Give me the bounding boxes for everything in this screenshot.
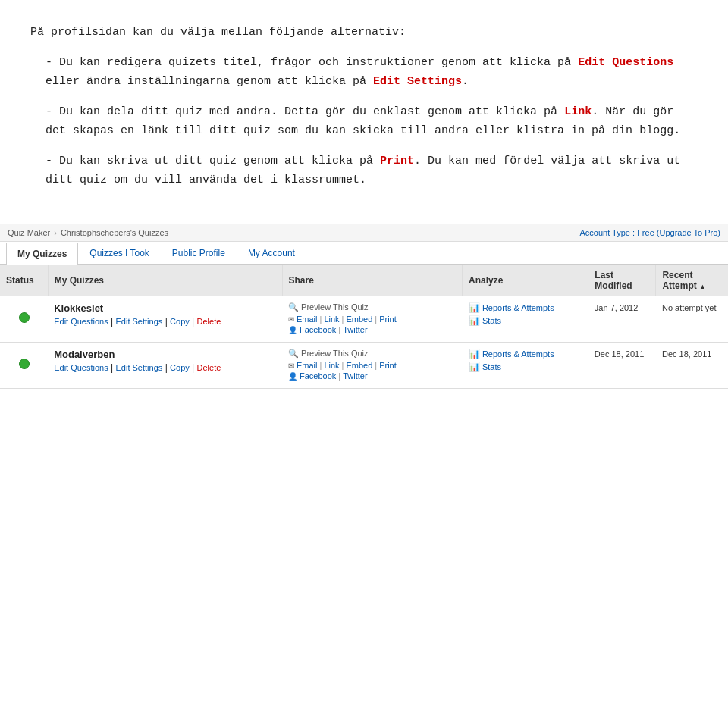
col-header-my-quizzes: My Quizzes (48, 265, 282, 296)
recent-attempt-cell: Dec 18, 2011 (656, 342, 728, 388)
stats-icon: 📊 (469, 362, 480, 372)
share-row-links: Email | Link | Embed | Print (288, 315, 457, 324)
recent-attempt-value: No attempt yet (662, 303, 717, 312)
edit-questions-action[interactable]: Edit Questions (54, 317, 108, 326)
chart-icon: 📊 (469, 302, 480, 313)
recent-attempt-cell: No attempt yet (656, 296, 728, 342)
print-share-link[interactable]: Print (379, 315, 397, 324)
facebook-link[interactable]: Facebook (300, 325, 336, 334)
quiz-row-actions: Edit Questions | Edit Settings | Copy | … (54, 362, 276, 373)
bullet-2-text: - Du kan dela ditt quiz med andra. Detta… (46, 102, 698, 141)
nav-tabs: My Quizzes Quizzes I Took Public Profile… (0, 242, 728, 265)
copy-action[interactable]: Copy (170, 363, 190, 372)
analyze-cell: 📊 Reports & Attempts 📊 Stats (463, 342, 588, 388)
reports-attempts-link[interactable]: Reports & Attempts (482, 303, 554, 312)
copy-action[interactable]: Copy (170, 317, 190, 326)
share-row-social: Facebook | Twitter (288, 371, 457, 381)
table-row: Klokkeslet Edit Questions | Edit Setting… (0, 296, 728, 342)
link-link[interactable]: Link (564, 105, 592, 118)
share-row-links: Email | Link | Embed | Print (288, 361, 457, 370)
link-share-link[interactable]: Link (324, 361, 339, 370)
breadcrumb: Quiz Maker › Christophschepers's Quizzes (8, 228, 168, 237)
quiz-info-cell: Klokkeslet Edit Questions | Edit Setting… (48, 296, 282, 342)
bullet-1: - Du kan redigera quizets titel, frågor … (46, 53, 698, 92)
col-header-analyze: Analyze (463, 265, 588, 296)
quiz-title: Modalverben (54, 349, 276, 360)
edit-questions-action[interactable]: Edit Questions (54, 363, 108, 372)
tab-quizzes-i-took[interactable]: Quizzes I Took (78, 242, 160, 264)
print-link[interactable]: Print (380, 155, 414, 168)
twitter-link[interactable]: Twitter (343, 371, 367, 381)
last-modified-date: Dec 18, 2011 (595, 349, 644, 359)
email-link[interactable]: Email (297, 315, 318, 324)
email-icon (288, 361, 294, 370)
quiz-title: Klokkeslet (54, 302, 276, 314)
last-modified-cell: Dec 18, 2011 (588, 342, 656, 388)
tab-my-quizzes[interactable]: My Quizzes (6, 243, 78, 265)
edit-settings-action[interactable]: Edit Settings (116, 317, 163, 326)
quiz-info-cell: Modalverben Edit Questions | Edit Settin… (48, 342, 282, 388)
embed-link[interactable]: Embed (346, 315, 372, 324)
instruction-area: På profilsidan kan du välja mellan följa… (0, 0, 728, 216)
account-type-display: Account Type : Free (Upgrade To Pro) (580, 228, 721, 237)
delete-action[interactable]: Delete (197, 363, 221, 372)
tab-public-profile[interactable]: Public Profile (161, 242, 237, 264)
email-icon (288, 315, 294, 324)
quiz-maker-area: Quiz Maker › Christophschepers's Quizzes… (0, 224, 728, 389)
edit-settings-action[interactable]: Edit Settings (116, 363, 163, 372)
print-share-link[interactable]: Print (379, 361, 397, 370)
tab-my-account[interactable]: My Account (237, 242, 306, 264)
share-cell: 🔍 Preview This Quiz Email | Link | Embed… (282, 342, 463, 388)
last-modified-cell: Jan 7, 2012 (588, 296, 656, 342)
breadcrumb-separator: › (54, 228, 57, 237)
quiz-row-actions: Edit Questions | Edit Settings | Copy | … (54, 316, 276, 327)
last-modified-date: Jan 7, 2012 (595, 303, 639, 312)
status-indicator (19, 359, 30, 369)
embed-link[interactable]: Embed (346, 361, 372, 370)
stats-link[interactable]: Stats (482, 316, 501, 325)
facebook-icon (288, 325, 297, 334)
col-header-last-modified: Last Modified (588, 265, 656, 296)
delete-action[interactable]: Delete (197, 317, 221, 326)
preview-link: 🔍 Preview This Quiz (288, 302, 457, 312)
bullet-3: - Du kan skriva ut ditt quiz genom att k… (46, 152, 698, 190)
quiz-table: Status My Quizzes Share Analyze Last Mod… (0, 265, 728, 389)
edit-settings-link[interactable]: Edit Settings (373, 75, 462, 88)
bullet-1-text: - Du kan redigera quizets titel, frågor … (46, 53, 698, 92)
bullet-2: - Du kan dela ditt quiz med andra. Detta… (46, 102, 698, 141)
breadcrumb-bar: Quiz Maker › Christophschepers's Quizzes… (0, 224, 728, 242)
share-row-social: Facebook | Twitter (288, 325, 457, 334)
preview-link: 🔍 Preview This Quiz (288, 349, 457, 359)
share-cell: 🔍 Preview This Quiz Email | Link | Embed… (282, 296, 463, 342)
breadcrumb-root[interactable]: Quiz Maker (8, 228, 50, 237)
chart-icon: 📊 (469, 349, 480, 359)
account-type-link[interactable]: Free (Upgrade To Pro) (637, 228, 720, 237)
preview-quiz-link[interactable]: Preview This Quiz (301, 349, 368, 358)
email-link[interactable]: Email (297, 361, 318, 370)
analyze-cell: 📊 Reports & Attempts 📊 Stats (463, 296, 588, 342)
preview-quiz-link[interactable]: Preview This Quiz (301, 302, 368, 312)
reports-attempts-link[interactable]: Reports & Attempts (482, 349, 554, 359)
table-row: Modalverben Edit Questions | Edit Settin… (0, 342, 728, 388)
breadcrumb-current: Christophschepers's Quizzes (61, 228, 168, 237)
facebook-icon (288, 371, 297, 381)
col-header-status: Status (0, 265, 48, 296)
col-header-recent-attempt: Recent Attempt ▲ (656, 265, 728, 296)
edit-questions-link[interactable]: Edit Questions (578, 56, 673, 69)
intro-text: På profilsidan kan du välja mellan följa… (30, 23, 698, 42)
col-header-share: Share (282, 265, 463, 296)
sort-arrow-icon: ▲ (699, 283, 706, 290)
recent-attempt-value: Dec 18, 2011 (662, 349, 711, 359)
status-indicator (19, 312, 30, 323)
link-share-link[interactable]: Link (324, 315, 339, 324)
twitter-link[interactable]: Twitter (343, 325, 367, 334)
stats-icon: 📊 (469, 315, 480, 326)
stats-link[interactable]: Stats (482, 362, 501, 371)
facebook-link[interactable]: Facebook (300, 371, 336, 381)
bullet-3-text: - Du kan skriva ut ditt quiz genom att k… (46, 152, 698, 190)
